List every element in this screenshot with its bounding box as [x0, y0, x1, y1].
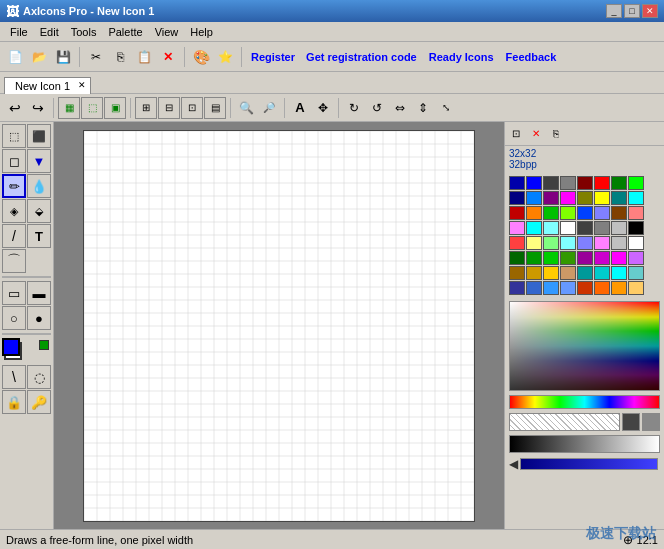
flip-h-button[interactable]: ⇔ [389, 97, 411, 119]
menu-help[interactable]: Help [184, 24, 219, 40]
hue-bar[interactable] [509, 395, 660, 409]
pattern-swatch[interactable] [39, 340, 49, 350]
move-button[interactable]: ✥ [312, 97, 334, 119]
curve-tool[interactable]: ⌒ [2, 249, 26, 273]
new-button[interactable]: 📄 [4, 46, 26, 68]
color-cell-2[interactable] [543, 176, 559, 190]
text-tool-button2[interactable]: A [289, 97, 311, 119]
airbrush-tool[interactable]: ◌ [27, 365, 51, 389]
save-button[interactable]: 💾 [52, 46, 74, 68]
mid-swatch[interactable] [642, 413, 660, 431]
transparency-swatch[interactable] [509, 413, 620, 431]
icon-resize-button[interactable]: ⊡ [507, 125, 525, 143]
zoom-in-button[interactable]: 🔍 [235, 97, 257, 119]
color-cell-53[interactable] [594, 266, 610, 280]
menu-palette[interactable]: Palette [102, 24, 148, 40]
redo-button[interactable]: ↪ [27, 97, 49, 119]
ellipse-fill-tool[interactable]: ● [27, 306, 51, 330]
color-cell-36[interactable] [577, 236, 593, 250]
color-cell-45[interactable] [594, 251, 610, 265]
color-cell-55[interactable] [628, 266, 644, 280]
sel-rect-button[interactable]: ▦ [58, 97, 80, 119]
fill-tool[interactable]: ▼ [27, 149, 51, 173]
color-cell-5[interactable] [594, 176, 610, 190]
color-cell-63[interactable] [628, 281, 644, 295]
color-cell-1[interactable] [526, 176, 542, 190]
line2-tool[interactable]: \ [2, 365, 26, 389]
grid-toggle1[interactable]: ⊞ [135, 97, 157, 119]
color-cell-4[interactable] [577, 176, 593, 190]
color-cell-46[interactable] [611, 251, 627, 265]
lock-tool[interactable]: 🔒 [2, 390, 26, 414]
color-cell-58[interactable] [543, 281, 559, 295]
register-link[interactable]: Register [251, 51, 295, 63]
ellipse-outline-tool[interactable]: ○ [2, 306, 26, 330]
color-cell-28[interactable] [577, 221, 593, 235]
sel-freehand-button[interactable]: ⬚ [81, 97, 103, 119]
color-cell-44[interactable] [577, 251, 593, 265]
maximize-button[interactable]: □ [624, 4, 640, 18]
color-cell-43[interactable] [560, 251, 576, 265]
freeselect-tool[interactable]: ⬛ [27, 124, 51, 148]
tab-close-button[interactable]: ✕ [78, 80, 86, 90]
color-cell-59[interactable] [560, 281, 576, 295]
color-cell-50[interactable] [543, 266, 559, 280]
color-cell-19[interactable] [560, 206, 576, 220]
color-cell-13[interactable] [594, 191, 610, 205]
color-cell-14[interactable] [611, 191, 627, 205]
color-cell-25[interactable] [526, 221, 542, 235]
selection-tool[interactable]: ⬚ [2, 124, 26, 148]
grid-toggle4[interactable]: ▤ [204, 97, 226, 119]
stamp-tool[interactable]: ⬙ [27, 199, 51, 223]
color-cell-9[interactable] [526, 191, 542, 205]
smudge-tool[interactable]: ◈ [2, 199, 26, 223]
icon-canvas-container[interactable] [83, 130, 475, 522]
canvas-area[interactable] [54, 122, 504, 529]
color-cell-3[interactable] [560, 176, 576, 190]
rect-fill-tool[interactable]: ▬ [27, 281, 51, 305]
color-cell-16[interactable] [509, 206, 525, 220]
menu-tools[interactable]: Tools [65, 24, 103, 40]
ready-icons-link[interactable]: Ready Icons [429, 51, 494, 63]
cut-button[interactable]: ✂ [85, 46, 107, 68]
color-cell-21[interactable] [594, 206, 610, 220]
color-cell-11[interactable] [560, 191, 576, 205]
get-code-link[interactable]: Get registration code [306, 51, 417, 63]
bw-gradient[interactable] [509, 435, 660, 453]
color-cell-54[interactable] [611, 266, 627, 280]
color-cell-17[interactable] [526, 206, 542, 220]
color-cell-20[interactable] [577, 206, 593, 220]
color-cell-24[interactable] [509, 221, 525, 235]
color-cell-40[interactable] [509, 251, 525, 265]
dropper-tool[interactable]: 💧 [27, 174, 51, 198]
color-cell-39[interactable] [628, 236, 644, 250]
color-cell-41[interactable] [526, 251, 542, 265]
color-cell-51[interactable] [560, 266, 576, 280]
sel-magic-button[interactable]: ▣ [104, 97, 126, 119]
undo-button[interactable]: ↩ [4, 97, 26, 119]
feedback-link[interactable]: Feedback [506, 51, 557, 63]
minimize-button[interactable]: _ [606, 4, 622, 18]
color-cell-34[interactable] [543, 236, 559, 250]
color-cell-10[interactable] [543, 191, 559, 205]
extra-button[interactable]: ⭐ [214, 46, 236, 68]
color-cell-38[interactable] [611, 236, 627, 250]
fg-color-swatch[interactable] [2, 338, 20, 356]
rotate-ccw-button[interactable]: ↺ [366, 97, 388, 119]
color-cell-15[interactable] [628, 191, 644, 205]
color-cell-37[interactable] [594, 236, 610, 250]
color-cell-33[interactable] [526, 236, 542, 250]
color-cell-56[interactable] [509, 281, 525, 295]
paint-button[interactable]: 🎨 [190, 46, 212, 68]
color-cell-35[interactable] [560, 236, 576, 250]
color-cell-12[interactable] [577, 191, 593, 205]
color-cell-8[interactable] [509, 191, 525, 205]
text-tool[interactable]: T [27, 224, 51, 248]
icon-canvas[interactable] [83, 130, 475, 522]
open-button[interactable]: 📂 [28, 46, 50, 68]
eraser-tool[interactable]: ◻ [2, 149, 26, 173]
color-cell-7[interactable] [628, 176, 644, 190]
color-cell-18[interactable] [543, 206, 559, 220]
color-cell-0[interactable] [509, 176, 525, 190]
zoom-out-button[interactable]: 🔎 [258, 97, 280, 119]
